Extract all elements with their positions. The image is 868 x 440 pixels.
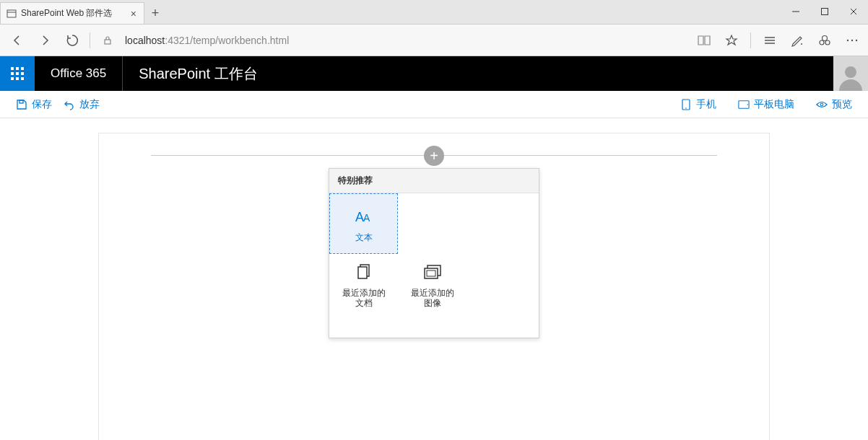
tab-close-button[interactable]: × [129, 8, 138, 19]
reading-view-icon[interactable] [695, 32, 713, 49]
save-button[interactable]: 保存 [10, 91, 58, 118]
toolbox-heading: 特别推荐 [329, 169, 539, 193]
save-icon [16, 99, 27, 110]
svg-rect-0 [7, 10, 16, 17]
back-button[interactable] [7, 30, 27, 50]
toolbox-row-1: AA 文本 [329, 193, 539, 254]
close-button[interactable] [839, 0, 868, 24]
webpart-toolbox: 特别推荐 AA 文本 最近添加的 文档 [329, 168, 539, 338]
hub-icon[interactable] [761, 32, 778, 49]
more-icon[interactable] [843, 32, 861, 49]
minimize-button[interactable] [781, 0, 810, 24]
waffle-icon [11, 67, 24, 80]
svg-rect-3 [822, 9, 828, 15]
browser-nav-bar: localhost:4321/temp/workbench.html [0, 25, 868, 56]
lock-icon [97, 30, 118, 50]
svg-rect-27 [358, 267, 367, 278]
share-icon[interactable] [816, 32, 833, 49]
undo-icon [64, 99, 75, 110]
window-controls [781, 0, 868, 24]
svg-point-17 [845, 66, 856, 78]
eye-icon [816, 99, 828, 110]
svg-point-13 [825, 40, 830, 45]
webpart-recent-docs[interactable]: 最近添加的 文档 [329, 254, 398, 314]
url-host: localhost [125, 35, 165, 46]
command-right: 手机 平板电脑 预览 [674, 98, 858, 111]
svg-text:A: A [363, 212, 370, 224]
nav-right-controls [695, 32, 861, 49]
webpart-recent-docs-label: 最近添加的 文档 [342, 288, 386, 309]
product-label: SharePoint 工作台 [123, 64, 274, 84]
command-bar: 保存 放弃 手机 平板电脑 预览 [0, 91, 868, 118]
documents-icon [352, 260, 376, 283]
phone-label: 手机 [696, 98, 716, 111]
svg-point-20 [685, 107, 687, 109]
toolbox-row-2: 最近添加的 文档 最近添加的 图像 [329, 254, 539, 314]
brand-label[interactable]: Office 365 [35, 56, 123, 91]
text-icon: AA [352, 205, 376, 228]
tab-page-icon [6, 9, 17, 19]
tablet-button[interactable]: 平板电脑 [732, 98, 800, 111]
svg-point-15 [851, 39, 853, 40]
address-bar[interactable]: localhost:4321/temp/workbench.html [125, 35, 289, 46]
svg-point-23 [820, 103, 823, 106]
browser-tab[interactable]: SharePoint Web 部件​选 × [0, 2, 144, 24]
forward-button[interactable] [35, 30, 55, 50]
nav-separator [90, 32, 90, 48]
add-webpart-button[interactable]: + [424, 146, 444, 166]
svg-point-14 [847, 39, 849, 40]
favorite-icon[interactable] [723, 32, 740, 49]
webpart-text[interactable]: AA 文本 [329, 193, 398, 254]
toolbox-body: AA 文本 最近添加的 文档 [329, 193, 539, 338]
app-launcher-button[interactable] [0, 56, 35, 91]
svg-point-11 [823, 35, 828, 40]
maximize-button[interactable] [810, 0, 839, 24]
preview-label: 预览 [832, 98, 852, 111]
svg-point-16 [856, 39, 857, 40]
discard-button[interactable]: 放弃 [58, 91, 105, 118]
webpart-recent-images[interactable]: 最近添加的 图像 [398, 254, 466, 314]
discard-label: 放弃 [79, 98, 100, 111]
workbench-canvas: + 特别推荐 AA 文本 [0, 118, 868, 440]
images-icon [421, 260, 444, 283]
url-path: :4321/temp/workbench.html [165, 35, 289, 46]
browser-tab-strip: SharePoint Web 部件​选 × + [0, 0, 868, 25]
save-label: 保存 [32, 98, 52, 111]
svg-rect-18 [19, 100, 23, 103]
webpart-text-label: 文本 [355, 232, 373, 242]
tablet-icon [738, 99, 750, 110]
preview-button[interactable]: 预览 [810, 98, 858, 111]
webpart-recent-images-label: 最近添加的 图像 [411, 288, 454, 309]
phone-button[interactable]: 手机 [674, 98, 722, 111]
svg-point-12 [820, 40, 824, 45]
new-tab-button[interactable]: + [144, 2, 166, 24]
suite-bar: Office 365 SharePoint 工作台 [0, 56, 868, 91]
tablet-label: 平板电脑 [754, 98, 794, 111]
nav-separator-2 [750, 32, 751, 48]
svg-point-10 [801, 43, 802, 45]
user-avatar[interactable] [833, 56, 868, 91]
tab-title: SharePoint Web 部件​选 [21, 7, 125, 19]
notes-icon[interactable] [789, 32, 806, 49]
add-section-line: + [151, 155, 717, 156]
phone-icon [680, 99, 692, 110]
svg-point-22 [747, 104, 748, 105]
refresh-button[interactable] [62, 30, 82, 50]
svg-rect-6 [105, 40, 110, 44]
page-canvas: + 特别推荐 AA 文本 [98, 133, 770, 440]
